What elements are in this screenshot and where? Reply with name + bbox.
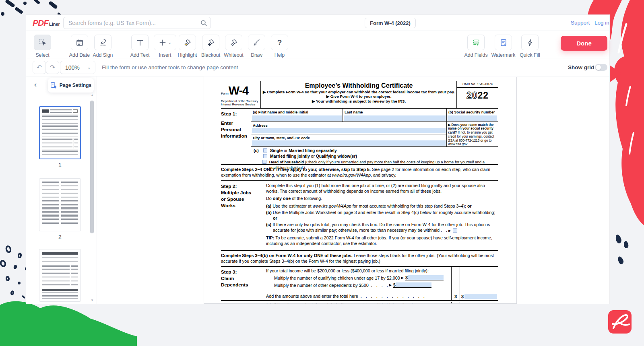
tool-whiteout[interactable]: Whiteout [225, 35, 242, 58]
tool-label: Whiteout [224, 52, 244, 58]
zoom-control[interactable]: 100% ⌄ [60, 61, 95, 74]
page-thumbnail-1[interactable] [39, 106, 81, 159]
editor-canvas: FormW-4 Department of the Treasury Inter… [97, 76, 609, 304]
tool-label: Add Sign [93, 52, 113, 58]
step2-option-a: (a) Use the estimator at www.irs.gov/W4A… [266, 203, 498, 209]
redo-button[interactable]: ↷ [46, 61, 59, 74]
login-link[interactable]: Log in [594, 20, 609, 26]
logo-liner-text: Liner [49, 22, 60, 27]
editor-hint-text: Fill the form or use another tools to ch… [102, 58, 238, 76]
omb-number: OMB No. 1545-0074 [457, 81, 498, 88]
decorative-green-blob [0, 298, 137, 346]
insert-plus-icon [159, 39, 167, 47]
search-input[interactable] [63, 17, 211, 29]
step2-p1: Complete this step if you (1) hold more … [266, 183, 498, 194]
show-grid-toggle[interactable] [595, 64, 607, 71]
scroll-up-icon[interactable]: ▲ [90, 93, 94, 97]
city-input[interactable] [252, 140, 446, 146]
zoom-value: 100% [65, 64, 80, 71]
ssn-input[interactable] [448, 115, 497, 121]
logo-pdf-text: PDF [33, 18, 48, 28]
redo-icon: ↷ [50, 64, 55, 71]
collapse-sidebar-button[interactable]: ‹ [31, 80, 40, 89]
tool-add-sign[interactable]: Add Sign [94, 35, 111, 58]
step3-total-input[interactable] [464, 294, 497, 299]
step2-option-b: (b) Use the Multiple Jobs Worksheet on p… [266, 210, 498, 221]
undo-button[interactable]: ↶ [33, 61, 46, 74]
step3-dependents-line: Multiply the number of other dependents … [266, 282, 449, 288]
address-input[interactable] [252, 128, 446, 133]
done-button[interactable]: Done [561, 36, 607, 51]
scroll-down-icon[interactable]: ▼ [90, 299, 94, 302]
married-jointly-checkbox[interactable] [263, 154, 267, 158]
city-cell: City or town, state, and ZIP code [251, 134, 446, 146]
steps-3-4b-note: Complete Steps 3–4(b) on Form W-4 for on… [221, 251, 498, 267]
form-title: Employee’s Withholding Certificate [261, 82, 456, 89]
tool-help[interactable]: ? Help [271, 35, 288, 58]
page-thumbnail-3[interactable] [39, 249, 81, 302]
chevron-down-icon: ⌄ [87, 65, 91, 70]
head-of-household-checkbox[interactable] [262, 160, 266, 164]
pages-sidebar: ‹ Page Settings [26, 76, 97, 304]
pdf-badge-icon [608, 310, 632, 334]
chevron-left-icon: ‹ [34, 80, 37, 89]
tool-label: Highlight [178, 52, 197, 58]
children-amount-input[interactable] [408, 275, 444, 280]
page-settings-button[interactable]: Page Settings [48, 78, 94, 93]
search-icon [200, 20, 207, 26]
scrollbar-thumb[interactable] [90, 101, 94, 233]
blackout-brush-icon [207, 39, 215, 47]
watermark-icon [500, 39, 508, 47]
tool-blackout[interactable]: Blackout [202, 35, 219, 58]
tool-label: Watermark [491, 52, 516, 58]
tool-label: Add Date [69, 52, 90, 58]
step2-p2: Do only one of the following. [266, 196, 498, 201]
address-cell: Address [251, 122, 446, 134]
select-cursor-icon [38, 38, 47, 47]
tool-label: Draw [251, 52, 262, 58]
tool-watermark[interactable]: Watermark [495, 35, 512, 58]
step3-intro: If your total income will be $200,000 or… [266, 268, 449, 273]
tool-label: Insert [159, 52, 171, 58]
form-title-block: Employee’s Withholding Certificate ▶ Com… [261, 81, 456, 108]
tool-add-date[interactable]: Add Date [71, 35, 88, 58]
page-number-1: 1 [39, 162, 81, 168]
signature-pen-icon [99, 39, 107, 47]
step3-amount-cell: $ [460, 267, 498, 300]
calendar-icon [76, 39, 84, 47]
tool-add-text[interactable]: Add Text [131, 35, 149, 58]
last-name-cell: Last name [343, 109, 446, 122]
single-checkbox[interactable] [263, 148, 267, 152]
form-omb-block: OMB No. 1545-0074 2022 [456, 81, 498, 108]
draw-brush-icon [253, 39, 261, 47]
tool-select[interactable]: Select [34, 35, 51, 58]
tool-label: Add Text [130, 52, 150, 58]
step2-option-c: (c) If there are only two jobs total, yo… [266, 222, 498, 234]
tool-highlight[interactable]: Highlight [179, 35, 196, 58]
support-link[interactable]: Support [571, 20, 590, 26]
other-dependents-amount-input[interactable] [396, 282, 431, 287]
document-viewer: ‹ Page Settings [26, 76, 609, 304]
undo-icon: ↶ [37, 64, 42, 71]
document-title-chip: Form W-4 (2022) [365, 18, 416, 28]
tool-add-fields[interactable]: Add Fields [467, 35, 485, 58]
page-settings-icon [50, 82, 57, 89]
form-header-left: FormW-4 Department of the Treasury Inter… [221, 81, 261, 108]
sidebar-scrollbar[interactable]: ▲ ▼ [90, 93, 94, 302]
app-window: PDF Liner Form W-4 (2022) Support Log in… [26, 14, 610, 304]
tool-quick-fill[interactable]: Quick Fill [521, 35, 539, 58]
tool-draw[interactable]: Draw [248, 35, 265, 58]
toggle-knob [596, 65, 601, 70]
step2-section: Step 2: Multiple Jobs or Spouse Works Co… [221, 181, 498, 251]
step2-tip: TIP: To be accurate, submit a 2022 Form … [266, 235, 498, 246]
page-thumbnail-2[interactable] [39, 178, 81, 231]
tool-label: Add Fields [464, 52, 487, 58]
show-grid-label: Show grid [568, 58, 594, 76]
first-name-input[interactable] [252, 115, 342, 121]
highlight-brush-icon [184, 39, 192, 47]
two-jobs-checkbox[interactable] [453, 228, 457, 233]
tool-insert[interactable]: ⌄ Insert [154, 35, 176, 58]
ssn-cell: (b) Social security number [447, 109, 498, 122]
step3-total-line: Add the amounts above and enter the tota… [266, 294, 449, 299]
last-name-input[interactable] [344, 115, 446, 121]
